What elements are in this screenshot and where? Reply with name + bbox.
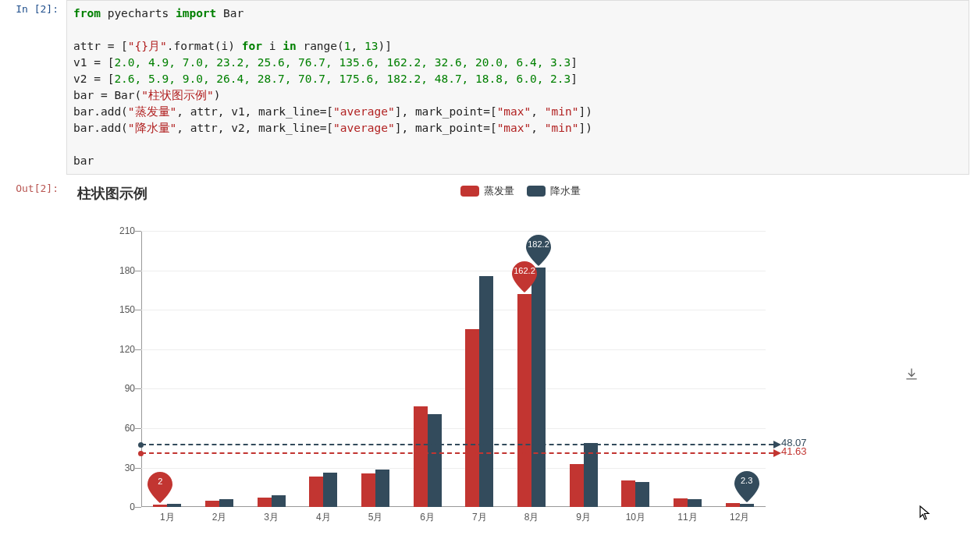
x-tick-label: 8月: [524, 511, 539, 524]
y-tick: [135, 388, 141, 389]
bar-series2[interactable]: [428, 414, 442, 507]
y-tick-label: 180: [104, 265, 135, 276]
gridline-h: [141, 231, 766, 232]
bar-series2[interactable]: [688, 499, 702, 507]
bar-series2[interactable]: [323, 473, 337, 508]
bar-series1[interactable]: [621, 480, 635, 507]
x-tick-label: 12月: [730, 511, 749, 524]
in-prompt: In [2]:: [0, 0, 66, 175]
x-tick-label: 7月: [472, 511, 487, 524]
mark-line-average[interactable]: [141, 444, 773, 445]
gridline-h: [141, 388, 766, 389]
y-tick: [135, 271, 141, 271]
mark-point-pin[interactable]: 2: [146, 470, 174, 505]
bar-series2[interactable]: [740, 504, 754, 507]
bar-series2[interactable]: [272, 495, 286, 507]
legend-swatch-series2: [527, 186, 546, 197]
bar-series2[interactable]: [531, 268, 546, 507]
y-tick-label: 210: [104, 225, 135, 236]
gridline-h: [141, 349, 766, 350]
bar-series1[interactable]: [205, 501, 219, 507]
mark-point-pin[interactable]: 2.3: [733, 470, 761, 504]
x-tick-label: 1月: [160, 511, 175, 524]
y-axis: [141, 231, 142, 507]
y-tick: [135, 310, 141, 310]
output-cell: Out[2]: 柱状图示例 蒸发量 降水量: [0, 179, 974, 551]
plot-area[interactable]: 03060901201501802101月2月3月4月5月6月7月8月9月10月…: [141, 231, 766, 507]
mark-point-pin[interactable]: 182.2: [524, 233, 553, 268]
bar-series2[interactable]: [479, 276, 493, 507]
chart-output: 柱状图示例 蒸发量 降水量 03060901201501802: [66, 179, 974, 546]
bar-series1[interactable]: [674, 498, 688, 507]
y-tick-label: 90: [104, 383, 135, 394]
x-tick-label: 11月: [677, 511, 697, 524]
x-tick-label: 9月: [576, 511, 591, 524]
mark-line-label: 41.63: [781, 445, 807, 457]
legend-label-series2: 降水量: [550, 184, 581, 198]
y-tick: [135, 231, 141, 232]
bar-series2[interactable]: [635, 482, 649, 507]
gridline-h: [141, 271, 766, 271]
y-tick-label: 150: [104, 304, 135, 315]
gridline-h: [141, 428, 766, 429]
y-tick: [135, 468, 141, 469]
x-tick-label: 5月: [368, 511, 383, 524]
y-tick-label: 0: [104, 502, 135, 512]
y-tick-label: 60: [104, 423, 135, 434]
bar-series1[interactable]: [361, 473, 375, 507]
bar-series1[interactable]: [309, 477, 323, 507]
gridline-h: [141, 468, 766, 469]
x-tick-label: 4月: [316, 511, 331, 524]
input-cell: In [2]: from pyecharts import Bar attr =…: [0, 0, 974, 179]
x-tick-label: 3月: [264, 511, 279, 524]
bar-series2[interactable]: [219, 499, 233, 507]
bar-series2[interactable]: [375, 470, 389, 507]
bar-series1[interactable]: [517, 294, 531, 507]
y-tick-label: 30: [104, 463, 135, 473]
y-tick: [135, 507, 141, 508]
x-axis: [141, 506, 766, 507]
legend-swatch-series1: [460, 186, 479, 197]
gridline-h: [141, 310, 766, 310]
bar-series1[interactable]: [570, 464, 584, 507]
x-tick-label: 2月: [212, 511, 227, 524]
bar-series1[interactable]: [258, 498, 272, 507]
mark-line-average[interactable]: [141, 452, 773, 454]
y-tick-label: 120: [104, 344, 135, 355]
legend-item-series1[interactable]: 蒸发量: [460, 184, 514, 198]
out-prompt: Out[2]:: [0, 179, 66, 546]
bar-series1[interactable]: [153, 505, 167, 507]
chart-legend: 蒸发量 降水量: [66, 184, 974, 198]
bar-series1[interactable]: [465, 329, 479, 508]
mouse-cursor-icon: [919, 505, 930, 521]
x-tick-label: 10月: [626, 511, 645, 524]
code-input[interactable]: from pyecharts import Bar attr = ["{}月".…: [66, 0, 969, 175]
x-tick-label: 6月: [420, 511, 435, 524]
bar-series1[interactable]: [414, 406, 428, 507]
download-icon[interactable]: [904, 367, 919, 382]
y-tick: [135, 428, 141, 429]
y-tick: [135, 349, 141, 350]
legend-label-series1: 蒸发量: [484, 184, 514, 198]
legend-item-series2[interactable]: 降水量: [527, 184, 581, 198]
